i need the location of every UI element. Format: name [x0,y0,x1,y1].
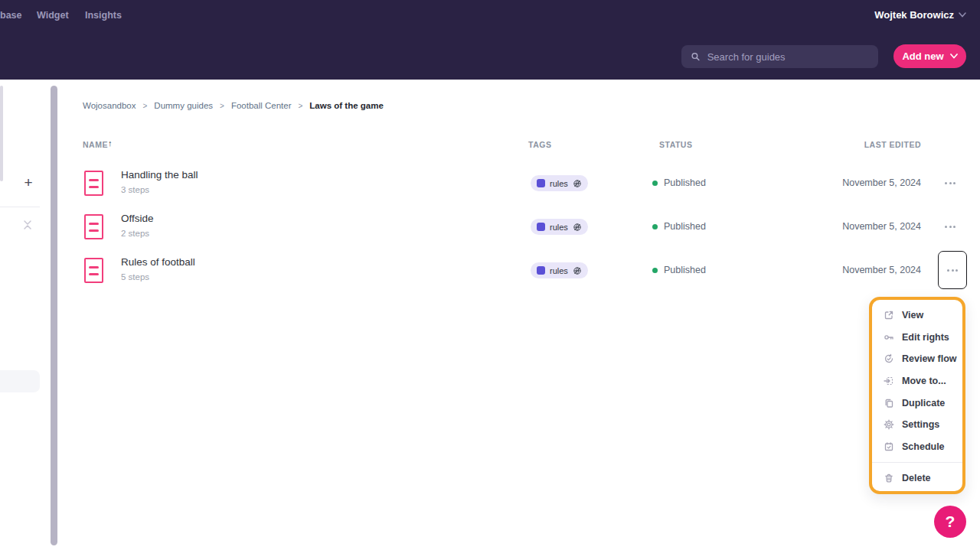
column-header-status[interactable]: STATUS [659,140,692,149]
guide-steps-count: 2 steps [121,229,149,238]
tag-label: rules [550,179,568,188]
trash-icon [884,473,894,483]
tag-pill[interactable]: rules [531,175,588,191]
sidebar-scrollbar[interactable] [0,86,3,181]
breadcrumb-item-workspace[interactable]: Wojosandbox [83,101,136,110]
guide-document-icon [84,258,103,283]
key-icon [884,332,894,343]
status-label: Published [664,177,706,188]
published-dot-icon [652,268,658,273]
row-context-menu: View Edit rights Review flow Move to... … [869,297,965,494]
guide-steps-count: 3 steps [121,185,149,194]
tag-color-swatch [537,179,545,187]
globe-slash-icon [573,266,582,275]
nav-item-base[interactable]: base [0,10,22,21]
add-new-button[interactable]: Add new [893,44,966,68]
globe-slash-icon [573,223,582,232]
menu-item-label: Edit rights [902,332,949,343]
last-edited-date: November 5, 2024 [842,177,921,188]
guide-steps-count: 5 steps [121,272,149,282]
user-name: Wojtek Borowicz [874,9,954,21]
status-label: Published [664,221,706,232]
breadcrumb: Wojosandbox > Dummy guides > Football Ce… [83,101,384,110]
calendar-check-icon [884,441,894,452]
last-edited-date: November 5, 2024 [842,221,921,232]
menu-item-label: Schedule [902,441,945,452]
guide-document-icon [84,171,103,196]
table-row[interactable]: Handling the ball 3 steps rules Publishe… [65,161,980,205]
user-menu[interactable]: Wojtek Borowicz [874,9,966,21]
menu-item-delete[interactable]: Delete [872,467,962,490]
column-header-last-edited[interactable]: LAST EDITED [864,140,921,149]
sidebar-divider [0,207,40,207]
column-header-name[interactable]: NAME [83,140,108,149]
menu-item-label: Move to... [902,376,946,386]
chevron-down-icon [959,12,966,18]
move-to-icon [884,376,894,386]
list-scrollbar[interactable] [51,86,57,545]
gear-icon [884,419,894,430]
guide-document-icon [84,214,103,239]
status-badge: Published [652,221,706,232]
menu-divider [872,462,962,463]
breadcrumb-item-folder[interactable]: Dummy guides [154,101,213,110]
collapse-sidebar-icon[interactable] [21,219,34,231]
published-dot-icon [652,181,658,186]
tag-color-swatch [537,266,545,275]
review-check-icon [884,353,894,364]
menu-item-schedule[interactable]: Schedule [872,436,962,458]
tag-color-swatch [537,223,545,231]
duplicate-icon [884,398,894,408]
guide-title[interactable]: Rules of football [121,256,195,268]
guide-search[interactable] [681,45,878,68]
search-input[interactable] [707,51,869,63]
menu-item-label: Duplicate [902,398,945,408]
status-label: Published [664,265,706,275]
menu-item-review-flow[interactable]: Review flow [872,348,962,370]
breadcrumb-item-subfolder[interactable]: Football Center [231,101,292,110]
table-row[interactable]: Offside 2 steps rules Published November… [65,205,980,249]
tag-label: rules [550,266,568,275]
menu-item-view[interactable]: View [872,304,962,327]
sidebar-item-highlight[interactable] [0,370,40,392]
guide-title[interactable]: Handling the ball [121,169,198,181]
row-actions-menu-icon[interactable] [941,174,959,191]
published-dot-icon [652,224,658,229]
menu-item-label: Settings [902,419,939,430]
breadcrumb-current: Laws of the game [309,101,384,110]
menu-item-label: View [902,310,923,321]
sidebar-add-button[interactable]: + [20,174,37,191]
sort-ascending-icon[interactable]: ↑ [108,138,113,148]
nav-item-insights[interactable]: Insights [85,10,122,21]
nav-item-widget[interactable]: Widget [37,10,69,21]
breadcrumb-separator: > [220,102,224,110]
external-link-icon [884,310,894,321]
last-edited-date: November 5, 2024 [842,265,921,275]
guide-title[interactable]: Offside [121,213,154,224]
menu-item-duplicate[interactable]: Duplicate [872,392,962,414]
row-actions-menu-button-focused[interactable] [938,251,967,289]
column-header-tags[interactable]: TAGS [528,140,551,149]
help-button[interactable]: ? [934,506,966,538]
table-header: NAME ↑ TAGS STATUS LAST EDITED [0,140,980,151]
menu-item-label: Delete [902,473,931,483]
breadcrumb-separator: > [299,102,303,110]
chevron-down-icon [950,54,958,59]
search-icon [691,51,701,62]
tag-label: rules [550,223,568,232]
tag-pill[interactable]: rules [531,219,588,235]
globe-slash-icon [573,179,582,188]
add-new-label: Add new [902,50,943,62]
app-header: base Widget Insights Wojtek Borowicz Add… [0,0,980,80]
breadcrumb-separator: > [142,102,147,110]
menu-item-label: Review flow [902,353,957,364]
table-row[interactable]: Rules of football 5 steps rules Publishe… [65,249,980,292]
menu-item-edit-rights[interactable]: Edit rights [872,327,962,349]
menu-item-settings[interactable]: Settings [872,414,962,436]
status-badge: Published [652,177,706,188]
tag-pill[interactable]: rules [531,262,588,278]
menu-item-move-to[interactable]: Move to... [872,370,962,392]
main-nav: base Widget Insights Wojtek Borowicz [0,0,980,31]
row-actions-menu-icon[interactable] [941,218,959,235]
status-badge: Published [652,265,706,275]
